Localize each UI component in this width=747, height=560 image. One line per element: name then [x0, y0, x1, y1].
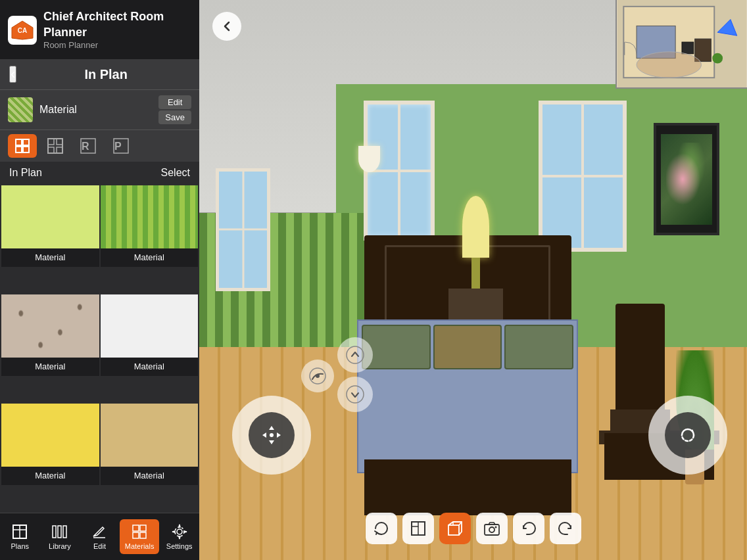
chevron-up-icon	[346, 346, 364, 364]
page-title: In Plan	[22, 67, 190, 82]
bed-footboard	[364, 459, 571, 515]
bed-pillows	[362, 325, 573, 369]
floor-plan-view-button[interactable]	[402, 513, 434, 544]
svg-point-27	[177, 529, 182, 534]
back-arrow-icon	[220, 19, 234, 34]
pillow-1	[362, 325, 431, 369]
nav-plans-label: Plans	[11, 542, 30, 550]
material-name-5: Material	[101, 467, 199, 485]
sidebar: CA Chief Architect Room Planner Room Pla…	[0, 0, 199, 560]
view-toolbar	[366, 513, 581, 544]
material-item-0[interactable]: Material	[1, 185, 99, 267]
material-thumb-1	[101, 185, 199, 248]
app-name: Chief Architect Room Planner Room Planne…	[43, 9, 191, 51]
nav-library[interactable]: Library	[40, 519, 80, 554]
svg-text:P: P	[114, 141, 122, 152]
material-item-4[interactable]: Material	[1, 404, 99, 485]
nav-materials[interactable]: Materials	[120, 519, 160, 554]
3d-box-icon	[446, 520, 464, 537]
3d-view	[199, 0, 747, 560]
app-subtitle: Room Planner	[43, 40, 191, 51]
material-item-5[interactable]: Material	[101, 404, 199, 485]
material-thumb-3	[101, 294, 199, 358]
tool-active-button[interactable]	[8, 134, 37, 158]
lamp-base	[471, 258, 479, 289]
svg-rect-25	[133, 532, 139, 538]
nav-materials-label: Materials	[125, 542, 155, 550]
3d-box-view-button[interactable]	[439, 513, 471, 544]
in-plan-row: In Plan Select	[0, 162, 199, 184]
materials-icon	[131, 523, 148, 540]
window-left-wall	[216, 168, 270, 291]
material-item-2[interactable]: Material	[1, 294, 99, 376]
svg-rect-24	[140, 525, 146, 531]
refresh-icon	[373, 520, 390, 537]
select-button[interactable]: Select	[161, 167, 190, 179]
library-icon	[51, 523, 68, 540]
header-row: ‹ In Plan	[0, 59, 199, 89]
move-arrows-icon	[260, 423, 283, 447]
svg-rect-10	[48, 147, 54, 153]
artwork-image	[661, 134, 712, 225]
view-up-button[interactable]	[337, 337, 373, 373]
material-row: Material Edit Save	[0, 89, 199, 129]
edit-material-button[interactable]: Edit	[158, 95, 191, 109]
minimap-svg	[617, 0, 747, 87]
settings-icon	[171, 523, 188, 540]
nav-settings[interactable]: Settings	[159, 519, 199, 554]
svg-rect-7	[48, 139, 62, 153]
chair-back	[615, 304, 665, 421]
redo-button[interactable]	[550, 513, 581, 544]
material-thumb-2	[1, 294, 99, 358]
bedside-lamp	[462, 196, 490, 319]
tool-p-button[interactable]: P	[107, 134, 135, 158]
material-thumb-4	[1, 404, 99, 467]
svg-rect-11	[57, 147, 62, 153]
materials-grid: Material Material Material Material Mate…	[0, 184, 199, 513]
toolbar-icons: R P	[0, 129, 199, 162]
logo-bar: CA Chief Architect Room Planner Room Pla…	[0, 0, 199, 59]
material-item-1[interactable]: Material	[101, 185, 199, 267]
redo-icon	[557, 520, 574, 537]
material-item-3[interactable]: Material	[101, 294, 199, 376]
tool-r-button[interactable]: R	[74, 134, 103, 158]
chevron-down-icon	[346, 385, 364, 404]
refresh-view-button[interactable]	[366, 513, 397, 544]
svg-point-39	[347, 346, 364, 363]
back-button[interactable]: ‹	[9, 66, 16, 83]
svg-point-34	[637, 52, 702, 78]
nav-plans[interactable]: Plans	[0, 519, 40, 554]
pillow-3	[504, 325, 573, 369]
svg-point-48	[489, 527, 494, 532]
svg-point-40	[347, 386, 364, 403]
svg-rect-3	[16, 139, 22, 145]
rotate-joystick	[665, 412, 711, 458]
edit-icon	[91, 523, 108, 540]
pillow-2	[433, 325, 502, 369]
camera-icon	[483, 520, 500, 537]
rotate-control[interactable]	[648, 396, 727, 475]
tilt-control[interactable]	[301, 360, 334, 392]
app-logo-icon: CA	[8, 16, 37, 45]
view-down-button[interactable]	[337, 377, 373, 412]
svg-text:R: R	[82, 141, 89, 152]
save-material-button[interactable]: Save	[158, 110, 191, 124]
nav-edit-label: Edit	[93, 542, 106, 550]
svg-rect-23	[133, 525, 139, 531]
svg-rect-21	[63, 526, 66, 538]
camera-view-button[interactable]	[476, 513, 508, 544]
svg-rect-9	[57, 139, 62, 145]
material-thumb-0	[1, 185, 99, 248]
nav-edit[interactable]: Edit	[80, 519, 120, 554]
move-control[interactable]	[232, 396, 311, 475]
svg-point-37	[712, 53, 723, 64]
lamp-table	[448, 289, 503, 319]
svg-point-49	[494, 526, 496, 528]
plans-icon	[11, 523, 28, 540]
svg-point-38	[270, 433, 274, 437]
view-back-button[interactable]	[212, 12, 241, 41]
tool-grid-button[interactable]	[41, 134, 70, 158]
material-name: Material	[39, 104, 152, 116]
undo-button[interactable]	[513, 513, 544, 544]
svg-rect-19	[53, 526, 56, 538]
